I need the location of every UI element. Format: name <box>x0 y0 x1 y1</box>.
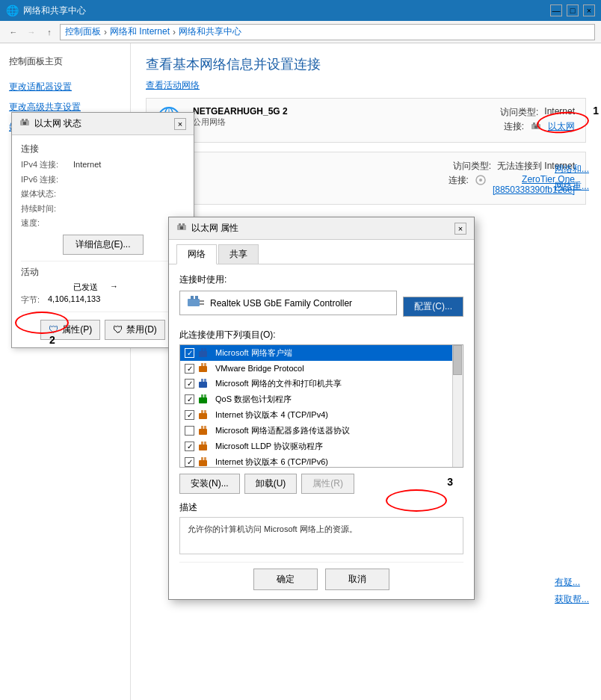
activity-section: 活动 已发送 → 字节: 4,106,114,133 <box>21 266 185 306</box>
item-icon-5 <box>199 426 211 436</box>
sidebar-adapter-settings[interactable]: 更改适配器设置 <box>0 77 130 97</box>
properties-dialog-btn[interactable]: 属性(R) <box>301 474 354 494</box>
list-item-2[interactable]: Microsoft 网络的文件和打印机共享 <box>180 376 463 391</box>
sent-label: 已发送 <box>73 282 98 293</box>
checkbox-1[interactable] <box>185 364 194 374</box>
network1-info: NETGEARHUGH_5G 2 公用网络 <box>193 106 428 128</box>
view-active-networks-link[interactable]: 查看活动网络 <box>146 80 200 90</box>
scrollbar-thumb[interactable] <box>453 345 462 375</box>
breadcrumb: 控制面板 › 网络和 Internet › 网络和共享中心 <box>60 24 595 40</box>
sidebar-home-label: 控制面板主页 <box>0 52 130 71</box>
window-maximize-btn[interactable]: □ <box>567 4 579 16</box>
props-close-btn[interactable]: × <box>454 223 466 235</box>
connect-using-label: 连接时使用: <box>179 273 463 286</box>
svg-rect-45 <box>201 442 203 445</box>
disable-icon: 🛡 <box>113 323 123 335</box>
svg-rect-40 <box>204 410 206 413</box>
svg-rect-46 <box>204 442 206 445</box>
list-item-1[interactable]: VMware Bridge Protocol <box>180 361 463 376</box>
svg-rect-24 <box>200 300 204 302</box>
taskbar-title: 网络和共享中心 <box>23 4 86 17</box>
svg-rect-23 <box>195 296 198 300</box>
checkbox-0[interactable] <box>185 348 194 358</box>
ethernet-dialog-title: 以太网 状态 <box>34 117 81 130</box>
svg-rect-37 <box>204 394 206 397</box>
svg-rect-22 <box>191 296 194 300</box>
props-title-text: 以太网 属性 <box>191 222 238 235</box>
details-btn[interactable]: 详细信息(E)... <box>63 235 144 255</box>
window-close-btn[interactable]: × <box>583 4 595 16</box>
item-label-3: QoS 数据包计划程序 <box>215 394 292 405</box>
item-label-0: Microsoft 网络客户端 <box>215 347 292 359</box>
get-help-link[interactable]: 获取帮... <box>555 593 589 606</box>
disable-btn[interactable]: 🛡 禁用(D) <box>105 320 165 340</box>
ipv4-label: IPv4 连接: <box>21 158 73 172</box>
props-title-icon <box>176 223 187 234</box>
network1-conn-value[interactable]: 以太网 <box>548 120 575 133</box>
items-label: 此连接使用下列项目(O): <box>179 329 463 341</box>
uninstall-btn[interactable]: 卸载(U) <box>244 474 298 494</box>
list-item-5[interactable]: Microsoft 网络适配器多路传送器协议 <box>180 423 463 439</box>
scrollbar[interactable] <box>452 345 463 467</box>
ethernet-small-icon <box>530 120 542 132</box>
list-item-3[interactable]: QoS 数据包计划程序 <box>180 391 463 407</box>
page-title: 查看基本网络信息并设置连接 <box>146 55 586 73</box>
install-btn[interactable]: 安装(N)... <box>179 474 240 494</box>
svg-rect-48 <box>201 457 203 460</box>
checkbox-4[interactable] <box>185 410 194 420</box>
arrow-icon: → <box>110 282 118 293</box>
right-link-1[interactable]: 网络和... <box>555 163 589 176</box>
item-label-5: Microsoft 网络适配器多路传送器协议 <box>215 425 350 436</box>
breadcrumb-part3[interactable]: 网络和共享中心 <box>179 25 241 38</box>
ethernet-properties-dialog: 以太网 属性 × 网络 共享 连接时使用: Realtek USB GbE Fa… <box>168 217 475 600</box>
list-item-7[interactable]: Internet 协议版本 6 (TCP/IPv6) <box>180 454 463 468</box>
item-label-1: VMware Bridge Protocol <box>215 364 304 373</box>
items-listbox[interactable]: Microsoft 网络客户端VMware Bridge ProtocolMic… <box>179 344 463 468</box>
svg-rect-19 <box>182 223 185 226</box>
forward-btn[interactable]: → <box>24 25 39 40</box>
ethernet-close-btn[interactable]: × <box>174 118 186 130</box>
checkbox-2[interactable] <box>185 379 194 388</box>
breadcrumb-part1[interactable]: 控制面板 <box>65 25 101 38</box>
question-link[interactable]: 有疑... <box>555 576 589 589</box>
configure-btn[interactable]: 配置(C)... <box>403 297 463 317</box>
bottom-right-links: 有疑... 获取帮... <box>555 576 589 610</box>
right-link-2[interactable]: 网络重... <box>555 180 589 193</box>
item-icon-1 <box>199 363 211 374</box>
ok-btn[interactable]: 确定 <box>253 569 318 590</box>
annotation-num-1: 1 <box>593 105 599 117</box>
desc-label: 描述 <box>179 501 463 514</box>
checkbox-6[interactable] <box>185 442 194 451</box>
taskbar-network-icon: 🌐 <box>6 4 19 16</box>
connection-section-title: 连接 <box>21 143 185 155</box>
window-minimize-btn[interactable]: — <box>550 4 562 16</box>
cancel-btn[interactable]: 取消 <box>325 569 389 590</box>
svg-rect-15 <box>25 119 28 121</box>
checkbox-7[interactable] <box>185 457 194 467</box>
list-item-4[interactable]: Internet 协议版本 4 (TCP/IPv4) <box>180 407 463 423</box>
item-label-6: Microsoft LLDP 协议驱动程序 <box>215 441 323 452</box>
tab-sharing[interactable]: 共享 <box>218 244 259 264</box>
adapter-box: Realtek USB GbE Family Controller <box>179 291 397 315</box>
checkbox-5[interactable] <box>185 426 194 436</box>
svg-rect-18 <box>179 223 181 226</box>
annotation-num-3: 3 <box>447 476 453 488</box>
item-icon-4 <box>199 410 211 421</box>
tab-network[interactable]: 网络 <box>176 244 217 264</box>
props-ok-cancel-row: 确定 取消 <box>179 562 463 590</box>
breadcrumb-part2[interactable]: 网络和 Internet <box>110 25 170 38</box>
install-btn-row: 安装(N)... 卸载(U) 属性(R) <box>179 474 463 494</box>
adapter-name-text: Realtek USB GbE Family Controller <box>210 298 352 309</box>
ipv6-row: IPv6 连接: <box>21 173 185 187</box>
duration-label: 持续时间: <box>21 202 73 216</box>
network2-access-label: 访问类型: <box>453 160 491 173</box>
back-btn[interactable]: ← <box>6 25 21 40</box>
checkbox-3[interactable] <box>185 394 194 404</box>
up-btn[interactable]: ↑ <box>42 25 57 40</box>
network1-conn-label: 连接: <box>504 120 524 133</box>
ethernet-status-dialog: 以太网 状态 × 连接 IPv4 连接: Internet IPv6 连接: 媒… <box>11 112 194 348</box>
activity-section-title: 活动 <box>21 266 185 279</box>
list-item-6[interactable]: Microsoft LLDP 协议驱动程序 <box>180 439 463 454</box>
list-item-0[interactable]: Microsoft 网络客户端 <box>180 345 463 361</box>
svg-rect-14 <box>22 119 24 121</box>
